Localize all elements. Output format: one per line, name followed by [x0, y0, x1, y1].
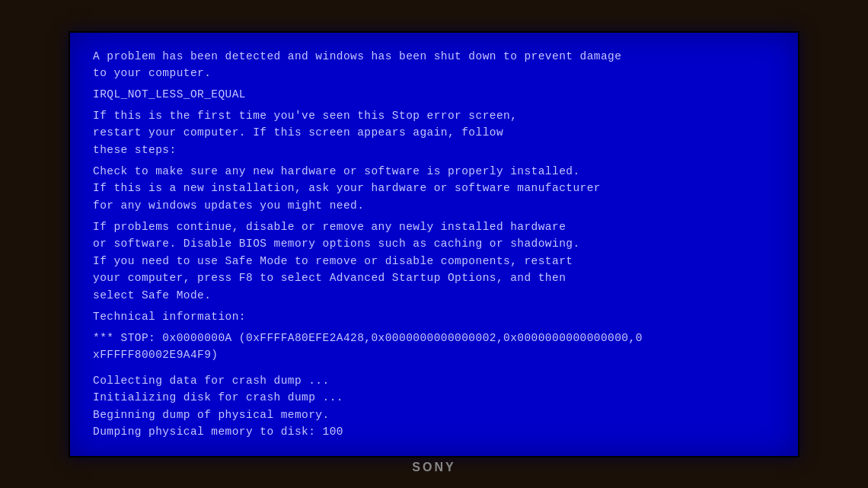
bsod-line-7: If this is a new installation, ask your … — [93, 180, 775, 196]
bsod-stop-line-2: xFFFFF80002E9A4F9) — [93, 346, 775, 363]
bsod-line-11: If you need to use Safe Mode to remove o… — [93, 253, 775, 270]
bsod-line-13: select Safe Mode. — [93, 287, 775, 304]
bsod-line-5: these steps: — [93, 142, 775, 158]
bsod-line-6: Check to make sure any new hardware or s… — [93, 163, 775, 180]
bsod-dump-3: Beginning dump of physical memory. — [93, 407, 775, 423]
bsod-line-9: If problems continue, disable or remove … — [93, 218, 775, 235]
laptop-brand: SONY — [412, 461, 455, 474]
laptop-bezel: A problem has been detected and windows … — [15, 8, 853, 480]
bsod-line-8: for any windows updates you might need. — [93, 197, 775, 214]
bsod-line-3: If this is the first time you've seen th… — [93, 107, 775, 124]
bsod-line-2: to your computer. — [93, 65, 775, 81]
bsod-content: A problem has been detected and windows … — [93, 48, 775, 441]
bsod-technical-label: Technical information: — [93, 308, 775, 325]
bsod-stop-line-1: *** STOP: 0x0000000A (0xFFFFA80EFE2A428,… — [93, 330, 775, 346]
bsod-dump-1: Collecting data for crash dump ... — [93, 372, 775, 389]
bsod-line-12: your computer, press F8 to select Advanc… — [93, 270, 775, 286]
bsod-line-10: or software. Disable BIOS memory options… — [93, 235, 775, 252]
bsod-error-code: IRQL_NOT_LESS_OR_EQUAL — [93, 86, 775, 103]
bsod-screen: A problem has been detected and windows … — [69, 31, 799, 458]
bsod-dump-2: Initializing disk for crash dump ... — [93, 389, 775, 406]
bsod-line-4: restart your computer. If this screen ap… — [93, 124, 775, 141]
bsod-dump-4: Dumping physical memory to disk: 100 — [93, 423, 775, 440]
bsod-line-1: A problem has been detected and windows … — [93, 48, 775, 65]
